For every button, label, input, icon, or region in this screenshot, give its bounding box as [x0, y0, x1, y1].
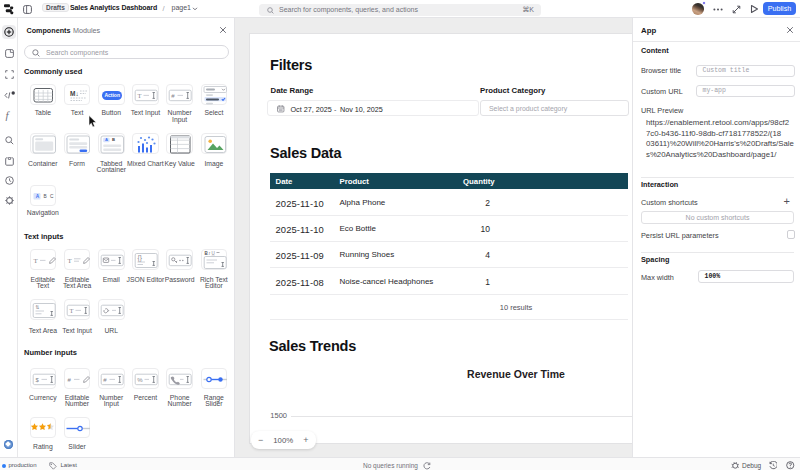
svg-text:U: U: [211, 250, 214, 255]
svg-text:A: A: [35, 194, 39, 199]
svg-text:T: T: [69, 307, 73, 314]
svg-text:M↓: M↓: [70, 90, 79, 97]
svg-text:⇅: ⇅: [35, 305, 39, 310]
svg-text:C: C: [50, 194, 54, 199]
svg-text:B: B: [112, 137, 115, 142]
svg-text:I: I: [207, 250, 210, 255]
svg-text:T: T: [138, 92, 142, 99]
svg-text:A: A: [105, 137, 108, 142]
svg-text:T: T: [67, 257, 72, 265]
svg-text:%: %: [137, 377, 143, 383]
svg-text:#: #: [67, 377, 71, 383]
svg-text:T: T: [33, 257, 38, 265]
svg-text:B: B: [43, 194, 46, 199]
